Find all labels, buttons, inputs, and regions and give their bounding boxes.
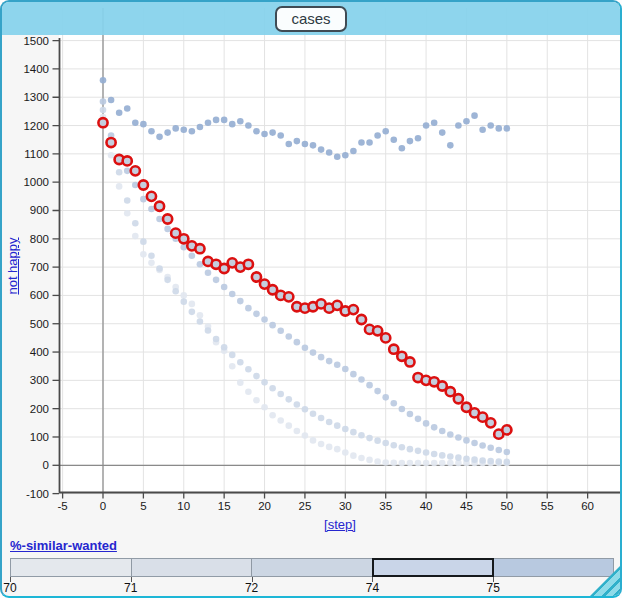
svg-text:300: 300 (30, 374, 49, 386)
legend-segment-71[interactable] (132, 559, 253, 576)
legend-value-72: 72 (245, 581, 258, 595)
plot-header: cases (2, 2, 620, 35)
svg-text:1100: 1100 (24, 148, 49, 160)
svg-text:600: 600 (30, 289, 49, 301)
legend-value-74: 74 (366, 581, 379, 595)
svg-text:0: 0 (100, 500, 106, 512)
y-axis-label-link[interactable]: not happy (5, 218, 21, 314)
svg-text:500: 500 (30, 318, 49, 330)
legend-tick-labels: 707172747576 (10, 581, 614, 595)
svg-text:-100: -100 (26, 488, 49, 500)
svg-text:-5: -5 (57, 500, 67, 512)
svg-text:30: 30 (339, 500, 352, 512)
svg-text:5: 5 (140, 500, 146, 512)
svg-text:900: 900 (30, 204, 49, 216)
svg-text:35: 35 (379, 500, 392, 512)
svg-text:45: 45 (460, 500, 473, 512)
x-axis-label-link[interactable]: [step] (300, 517, 380, 532)
plot-window: -100010020030040050060070080090010001100… (0, 0, 622, 598)
cases-plot: -100010020030040050060070080090010001100… (2, 2, 622, 538)
svg-text:1500: 1500 (23, 35, 49, 47)
svg-text:60: 60 (581, 500, 594, 512)
legend-segment-74[interactable] (373, 559, 494, 576)
svg-text:40: 40 (420, 500, 433, 512)
legend-value-75: 75 (487, 581, 500, 595)
svg-text:10: 10 (177, 500, 190, 512)
svg-text:50: 50 (500, 500, 513, 512)
legend-label-link[interactable]: %-similar-wanted (10, 538, 117, 553)
svg-text:700: 700 (30, 261, 49, 273)
svg-text:15: 15 (218, 500, 231, 512)
svg-text:1400: 1400 (23, 63, 49, 75)
svg-text:1300: 1300 (23, 91, 49, 103)
svg-text:100: 100 (30, 431, 49, 443)
legend-segment-72[interactable] (252, 559, 373, 576)
legend-segment-70[interactable] (11, 559, 132, 576)
svg-text:400: 400 (30, 346, 49, 358)
svg-text:0: 0 (43, 459, 49, 471)
svg-text:20: 20 (258, 500, 271, 512)
svg-text:55: 55 (541, 500, 554, 512)
svg-text:25: 25 (299, 500, 312, 512)
legend-segment-75[interactable] (493, 559, 613, 576)
svg-text:200: 200 (30, 403, 49, 415)
legend-value-71: 71 (124, 581, 137, 595)
svg-text:1200: 1200 (23, 120, 49, 132)
svg-text:1000: 1000 (23, 176, 49, 188)
legend-bar[interactable] (10, 558, 614, 577)
svg-text:800: 800 (30, 233, 49, 245)
legend-value-70: 70 (3, 581, 16, 595)
plot-tab-cases[interactable]: cases (275, 6, 346, 32)
